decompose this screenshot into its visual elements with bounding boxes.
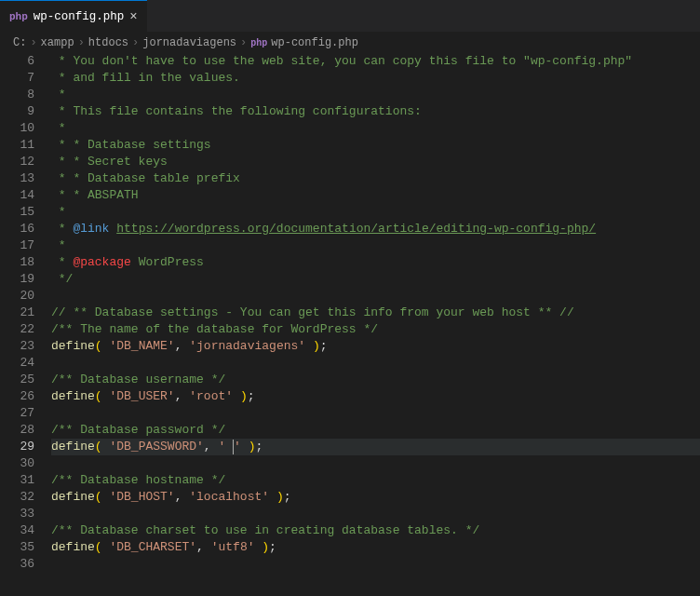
- close-icon[interactable]: ×: [129, 9, 137, 24]
- breadcrumb-segment[interactable]: xampp: [41, 36, 74, 49]
- line-number: 20: [0, 288, 34, 305]
- breadcrumb-segment[interactable]: wp-config.php: [271, 36, 358, 49]
- line-number: 10: [0, 120, 34, 137]
- breadcrumb-segment[interactable]: jornadaviagens: [142, 36, 236, 49]
- line-number: 12: [0, 154, 34, 170]
- line-number: 19: [0, 271, 34, 288]
- line-number: 14: [0, 187, 34, 204]
- php-icon: php: [9, 11, 28, 22]
- tab-bar: php wp-config.php ×: [0, 0, 700, 33]
- code-line[interactable]: * * Secret keys: [51, 154, 700, 170]
- code-line[interactable]: * You don't have to use the web site, yo…: [51, 53, 700, 70]
- line-number: 11: [0, 137, 34, 154]
- chevron-right-icon: ›: [78, 36, 85, 49]
- line-number: 34: [0, 522, 34, 539]
- line-number: 13: [0, 170, 34, 187]
- code-line[interactable]: /** Database charset to use in creating …: [51, 522, 700, 539]
- line-number: 33: [0, 506, 34, 522]
- line-number: 17: [0, 237, 34, 254]
- line-number: 30: [0, 455, 34, 472]
- line-gutter: 6789101112131415161718192021222324252627…: [0, 53, 51, 573]
- code-line[interactable]: [51, 355, 700, 372]
- line-number: 6: [0, 53, 34, 70]
- code-line[interactable]: *: [51, 204, 700, 221]
- code-line[interactable]: /** The name of the database for WordPre…: [51, 321, 700, 338]
- chevron-right-icon: ›: [240, 36, 247, 49]
- code-line[interactable]: /** Database username */: [51, 372, 700, 388]
- code-editor[interactable]: 6789101112131415161718192021222324252627…: [0, 53, 700, 573]
- code-line[interactable]: * * Database settings: [51, 137, 700, 154]
- code-line[interactable]: define( 'DB_USER', 'root' );: [51, 388, 700, 405]
- code-line[interactable]: *: [51, 87, 700, 103]
- line-number: 8: [0, 87, 34, 103]
- code-line[interactable]: [51, 506, 700, 522]
- breadcrumb-segment[interactable]: htdocs: [88, 36, 128, 49]
- line-number: 16: [0, 221, 34, 237]
- line-number: 15: [0, 204, 34, 221]
- code-line[interactable]: /** Database hostname */: [51, 472, 700, 489]
- line-number: 32: [0, 489, 34, 506]
- code-line[interactable]: */: [51, 271, 700, 288]
- code-line[interactable]: [51, 405, 700, 422]
- line-number: 26: [0, 388, 34, 405]
- line-number: 24: [0, 355, 34, 372]
- line-number: 18: [0, 254, 34, 271]
- line-number: 22: [0, 321, 34, 338]
- line-number: 31: [0, 472, 34, 489]
- code-line[interactable]: /** Database password */: [51, 422, 700, 439]
- code-line[interactable]: *: [51, 237, 700, 254]
- line-number: 29: [0, 439, 34, 455]
- code-line[interactable]: * This file contains the following confi…: [51, 103, 700, 120]
- line-number: 35: [0, 539, 34, 556]
- line-number: 9: [0, 103, 34, 120]
- line-number: 25: [0, 372, 34, 388]
- code-line[interactable]: // ** Database settings - You can get th…: [51, 305, 700, 321]
- code-line[interactable]: * * ABSPATH: [51, 187, 700, 204]
- code-line[interactable]: * and fill in the values.: [51, 70, 700, 87]
- code-line[interactable]: define( 'DB_HOST', 'localhost' );: [51, 489, 700, 506]
- code-line[interactable]: [51, 556, 700, 573]
- line-number: 21: [0, 305, 34, 321]
- line-number: 23: [0, 338, 34, 355]
- code-line[interactable]: define( 'DB_CHARSET', 'utf8' );: [51, 539, 700, 556]
- tab-filename: wp-config.php: [34, 10, 125, 23]
- line-number: 28: [0, 422, 34, 439]
- line-number: 27: [0, 405, 34, 422]
- code-line[interactable]: * @link https://wordpress.org/documentat…: [51, 221, 700, 237]
- code-line[interactable]: [51, 288, 700, 305]
- chevron-right-icon: ›: [132, 36, 139, 49]
- breadcrumb[interactable]: C: › xampp › htdocs › jornadaviagens ›ph…: [0, 33, 700, 53]
- code-content[interactable]: * You don't have to use the web site, yo…: [51, 53, 700, 573]
- line-number: 36: [0, 556, 34, 573]
- php-icon: php: [250, 38, 267, 48]
- code-line[interactable]: [51, 455, 700, 472]
- chevron-right-icon: ›: [30, 36, 36, 49]
- breadcrumb-segment[interactable]: C:: [13, 36, 26, 49]
- code-line[interactable]: * * Database table prefix: [51, 170, 700, 187]
- code-line[interactable]: * @package WordPress: [51, 254, 700, 271]
- code-line[interactable]: define( 'DB_PASSWORD', ' ' );: [51, 439, 700, 455]
- code-line[interactable]: *: [51, 120, 700, 137]
- editor-tab[interactable]: php wp-config.php ×: [0, 0, 147, 32]
- line-number: 7: [0, 70, 34, 87]
- code-line[interactable]: define( 'DB_NAME', 'jornadaviagens' );: [51, 338, 700, 355]
